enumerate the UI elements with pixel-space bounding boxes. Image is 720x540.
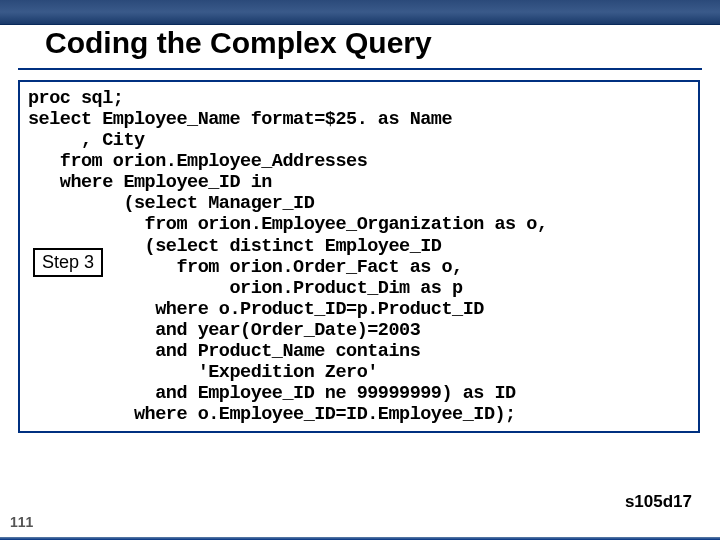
page-number: 111 bbox=[10, 514, 33, 530]
title-underline bbox=[18, 68, 702, 70]
code-listing: proc sql; select Employee_Name format=$2… bbox=[28, 88, 690, 425]
code-box: proc sql; select Employee_Name format=$2… bbox=[18, 80, 700, 433]
slide-title: Coding the Complex Query bbox=[45, 26, 432, 60]
reference-id: s105d17 bbox=[625, 492, 692, 512]
header-band bbox=[0, 0, 720, 25]
step-label: Step 3 bbox=[33, 248, 103, 277]
